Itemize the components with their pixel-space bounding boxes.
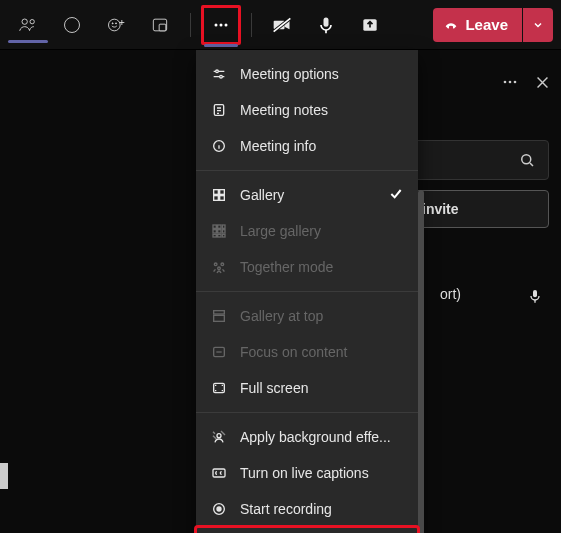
menu-separator xyxy=(196,412,418,413)
svg-rect-42 xyxy=(214,311,225,314)
reactions-button[interactable] xyxy=(96,5,136,45)
svg-point-8 xyxy=(215,23,218,26)
more-actions-button[interactable] xyxy=(201,5,241,45)
video-tile-edge xyxy=(0,463,8,489)
svg-point-22 xyxy=(216,70,219,73)
menu-scrollbar[interactable] xyxy=(418,190,424,533)
menu-label: Full screen xyxy=(240,380,308,396)
menu-gallery[interactable]: Gallery xyxy=(196,177,418,213)
menu-separator xyxy=(196,170,418,171)
svg-point-19 xyxy=(522,155,531,164)
svg-rect-30 xyxy=(213,225,216,228)
svg-rect-26 xyxy=(214,190,219,195)
svg-point-10 xyxy=(225,23,228,26)
panel-close-icon[interactable] xyxy=(534,74,551,95)
menu-meeting-info[interactable]: Meeting info xyxy=(196,128,418,164)
menu-label: Large gallery xyxy=(240,223,321,239)
svg-point-5 xyxy=(116,22,117,23)
invite-label: invite xyxy=(422,201,459,217)
svg-point-9 xyxy=(220,23,223,26)
menu-label: Meeting info xyxy=(240,138,316,154)
share-invite-button[interactable]: invite xyxy=(409,190,549,228)
fullscreen-icon xyxy=(210,379,228,397)
leave-button[interactable]: Leave xyxy=(433,8,522,42)
menu-live-captions[interactable]: Turn on live captions xyxy=(196,455,418,491)
toolbar-separator xyxy=(251,13,252,37)
camera-button[interactable] xyxy=(262,5,302,45)
gallery-top-icon xyxy=(210,307,228,325)
svg-rect-37 xyxy=(218,234,221,237)
background-icon xyxy=(210,428,228,446)
svg-rect-34 xyxy=(218,230,221,233)
menu-label: Gallery xyxy=(240,187,284,203)
captions-icon xyxy=(210,464,228,482)
svg-rect-38 xyxy=(222,234,225,237)
svg-point-1 xyxy=(30,19,34,23)
svg-point-4 xyxy=(112,22,113,23)
menu-label: Focus on content xyxy=(240,344,347,360)
menu-separator xyxy=(196,291,418,292)
menu-start-transcription[interactable]: Start transcription xyxy=(196,527,418,533)
menu-large-gallery: Large gallery xyxy=(196,213,418,249)
menu-label: Meeting options xyxy=(240,66,339,82)
toolbar-separator xyxy=(190,13,191,37)
panel-header xyxy=(500,72,551,96)
svg-rect-27 xyxy=(220,190,225,195)
svg-rect-36 xyxy=(213,234,216,237)
svg-point-17 xyxy=(509,81,512,84)
svg-rect-13 xyxy=(324,17,329,26)
menu-label: Gallery at top xyxy=(240,308,323,324)
meeting-toolbar: Leave xyxy=(0,0,561,50)
svg-rect-33 xyxy=(213,230,216,233)
svg-rect-7 xyxy=(159,24,166,31)
people-button[interactable] xyxy=(8,5,48,45)
svg-point-3 xyxy=(109,19,121,31)
chat-button[interactable] xyxy=(52,5,92,45)
menu-meeting-notes[interactable]: Meeting notes xyxy=(196,92,418,128)
menu-label: Apply background effe... xyxy=(240,429,391,445)
svg-rect-28 xyxy=(214,196,219,201)
participant-name-fragment: ort) xyxy=(440,286,461,302)
svg-rect-20 xyxy=(533,290,537,297)
sliders-icon xyxy=(210,65,228,83)
record-icon xyxy=(210,500,228,518)
menu-full-screen[interactable]: Full screen xyxy=(196,370,418,406)
notes-icon xyxy=(210,101,228,119)
menu-label: Start recording xyxy=(240,501,332,517)
focus-icon xyxy=(210,343,228,361)
participant-mic-icon xyxy=(527,288,543,308)
menu-gallery-at-top: Gallery at top xyxy=(196,298,418,334)
svg-point-40 xyxy=(221,263,224,266)
menu-meeting-options[interactable]: Meeting options xyxy=(196,56,418,92)
svg-point-46 xyxy=(217,434,221,438)
menu-start-recording[interactable]: Start recording xyxy=(196,491,418,527)
menu-label: Together mode xyxy=(240,259,333,275)
large-gallery-icon xyxy=(210,222,228,240)
panel-more-icon[interactable] xyxy=(500,72,520,96)
svg-point-39 xyxy=(214,263,217,266)
info-icon xyxy=(210,137,228,155)
mic-button[interactable] xyxy=(306,5,346,45)
svg-point-16 xyxy=(504,81,507,84)
search-input[interactable] xyxy=(409,140,549,180)
menu-label: Meeting notes xyxy=(240,102,328,118)
more-actions-menu: Meeting options Meeting notes Meeting in… xyxy=(196,50,418,533)
share-button[interactable] xyxy=(350,5,390,45)
check-icon xyxy=(388,186,404,205)
leave-dropdown[interactable] xyxy=(523,8,553,42)
svg-point-49 xyxy=(217,507,221,511)
svg-point-18 xyxy=(514,81,517,84)
svg-rect-35 xyxy=(222,230,225,233)
svg-rect-32 xyxy=(222,225,225,228)
search-icon xyxy=(518,151,536,169)
menu-focus-content: Focus on content xyxy=(196,334,418,370)
svg-rect-31 xyxy=(218,225,221,228)
together-icon xyxy=(210,258,228,276)
menu-apply-background[interactable]: Apply background effe... xyxy=(196,419,418,455)
svg-rect-43 xyxy=(214,315,225,321)
svg-point-0 xyxy=(22,19,27,24)
svg-rect-47 xyxy=(213,469,225,477)
rooms-button[interactable] xyxy=(140,5,180,45)
svg-point-23 xyxy=(220,75,223,78)
menu-together-mode: Together mode xyxy=(196,249,418,285)
